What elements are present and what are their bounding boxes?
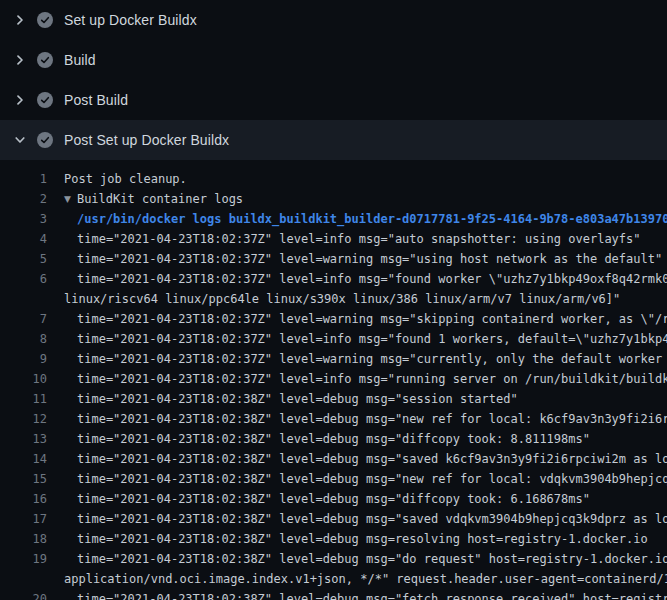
log-line: 11time="2021-04-23T18:02:38Z" level=debu… — [0, 389, 667, 409]
log-line: 19time="2021-04-23T18:02:38Z" level=debu… — [0, 549, 667, 569]
log-line-number[interactable]: 15 — [0, 469, 47, 489]
log-line-number[interactable]: 7 — [0, 309, 47, 329]
log-text: time="2021-04-23T18:02:37Z" level=info m… — [47, 229, 667, 249]
log-text: time="2021-04-23T18:02:37Z" level=warnin… — [47, 349, 667, 369]
log-line: 1Post job cleanup. — [0, 169, 667, 189]
log-text: time="2021-04-23T18:02:37Z" level=info m… — [47, 329, 667, 349]
log-line: 5time="2021-04-23T18:02:37Z" level=warni… — [0, 249, 667, 269]
log-line: 6time="2021-04-23T18:02:37Z" level=info … — [0, 269, 667, 289]
step-header-post-build[interactable]: Post Build — [0, 80, 667, 120]
log-text: time="2021-04-23T18:02:38Z" level=debug … — [47, 489, 667, 509]
log-line: 16time="2021-04-23T18:02:38Z" level=debu… — [0, 489, 667, 509]
log-text: linux/riscv64 linux/ppc64le linux/s390x … — [47, 289, 667, 309]
log-line-number[interactable]: 19 — [0, 549, 47, 569]
check-circle-icon — [37, 52, 53, 68]
log-line-continuation: linux/riscv64 linux/ppc64le linux/s390x … — [0, 289, 667, 309]
log-text: application/vnd.oci.image.index.v1+json,… — [47, 569, 667, 589]
group-collapse-icon[interactable]: ▼ — [64, 189, 71, 209]
log-line: 8time="2021-04-23T18:02:37Z" level=info … — [0, 329, 667, 349]
log-line: 4time="2021-04-23T18:02:37Z" level=info … — [0, 229, 667, 249]
log-text: time="2021-04-23T18:02:37Z" level=warnin… — [47, 249, 667, 269]
log-line: 17time="2021-04-23T18:02:38Z" level=debu… — [0, 509, 667, 529]
log-line-number — [0, 289, 47, 309]
log-text: time="2021-04-23T18:02:37Z" level=info m… — [47, 369, 667, 389]
step-label: Post Build — [64, 92, 128, 108]
step-list: Set up Docker BuildxBuildPost BuildPost … — [0, 0, 667, 160]
log-text: time="2021-04-23T18:02:38Z" level=debug … — [47, 449, 667, 469]
log-line: 18time="2021-04-23T18:02:38Z" level=debu… — [0, 529, 667, 549]
step-header-post-set-up-docker-buildx[interactable]: Post Set up Docker Buildx — [0, 120, 667, 160]
log-line-number[interactable]: 5 — [0, 249, 47, 269]
log-line-number[interactable]: 17 — [0, 509, 47, 529]
log-line-number[interactable]: 18 — [0, 529, 47, 549]
check-circle-icon — [37, 12, 53, 28]
log-line: 14time="2021-04-23T18:02:38Z" level=debu… — [0, 449, 667, 469]
log-text: time="2021-04-23T18:02:37Z" level=info m… — [47, 269, 667, 289]
step-label: Post Set up Docker Buildx — [64, 132, 229, 148]
log-text: time="2021-04-23T18:02:38Z" level=debug … — [47, 429, 667, 449]
log-line: 15time="2021-04-23T18:02:38Z" level=debu… — [0, 469, 667, 489]
log-line-number[interactable]: 10 — [0, 369, 47, 389]
log-line-number[interactable]: 12 — [0, 409, 47, 429]
step-label: Build — [64, 52, 96, 68]
step-header-build[interactable]: Build — [0, 40, 667, 80]
chevron-down-icon — [12, 132, 28, 148]
log-line: 12time="2021-04-23T18:02:38Z" level=debu… — [0, 409, 667, 429]
log-line: 13time="2021-04-23T18:02:38Z" level=debu… — [0, 429, 667, 449]
log-line-number[interactable]: 3 — [0, 209, 47, 229]
log-text: Post job cleanup. — [47, 169, 667, 189]
log-text: time="2021-04-23T18:02:37Z" level=warnin… — [47, 309, 667, 329]
chevron-right-icon — [12, 12, 28, 28]
log-line-number[interactable]: 2 — [0, 189, 47, 209]
chevron-right-icon — [12, 92, 28, 108]
step-header-set-up-docker-buildx[interactable]: Set up Docker Buildx — [0, 0, 667, 40]
log-text: time="2021-04-23T18:02:38Z" level=debug … — [47, 529, 667, 549]
log-text: time="2021-04-23T18:02:38Z" level=debug … — [47, 549, 667, 569]
log-line-number[interactable]: 4 — [0, 229, 47, 249]
log-line-number[interactable]: 6 — [0, 269, 47, 289]
log-line: 3/usr/bin/docker logs buildx_buildkit_bu… — [0, 209, 667, 229]
log-text: time="2021-04-23T18:02:38Z" level=debug … — [47, 589, 667, 600]
log-line-number[interactable]: 20 — [0, 589, 47, 600]
log-line-number[interactable]: 1 — [0, 169, 47, 189]
log-command-text: /usr/bin/docker logs buildx_buildkit_bui… — [47, 209, 667, 229]
check-circle-icon — [37, 132, 53, 148]
log-line-number[interactable]: 13 — [0, 429, 47, 449]
step-label: Set up Docker Buildx — [64, 12, 197, 28]
actions-log-panel: Set up Docker BuildxBuildPost BuildPost … — [0, 0, 667, 600]
log-line-number — [0, 569, 47, 589]
chevron-right-icon — [12, 52, 28, 68]
log-area: 1Post job cleanup.2▼BuildKit container l… — [0, 160, 667, 600]
log-line-number[interactable]: 14 — [0, 449, 47, 469]
log-line-number[interactable]: 11 — [0, 389, 47, 409]
log-line: 9time="2021-04-23T18:02:37Z" level=warni… — [0, 349, 667, 369]
log-text: time="2021-04-23T18:02:38Z" level=debug … — [47, 469, 667, 489]
log-line: 2▼BuildKit container logs — [0, 189, 667, 209]
log-text: ▼BuildKit container logs — [47, 189, 667, 209]
log-line-number[interactable]: 8 — [0, 329, 47, 349]
log-text: time="2021-04-23T18:02:38Z" level=debug … — [47, 409, 667, 429]
log-line: 7time="2021-04-23T18:02:37Z" level=warni… — [0, 309, 667, 329]
log-text: time="2021-04-23T18:02:38Z" level=debug … — [47, 389, 667, 409]
log-text: time="2021-04-23T18:02:38Z" level=debug … — [47, 509, 667, 529]
log-line-number[interactable]: 9 — [0, 349, 47, 369]
log-line-continuation: application/vnd.oci.image.index.v1+json,… — [0, 569, 667, 589]
log-line-number[interactable]: 16 — [0, 489, 47, 509]
log-line: 20time="2021-04-23T18:02:38Z" level=debu… — [0, 589, 667, 600]
check-circle-icon — [37, 92, 53, 108]
group-title[interactable]: BuildKit container logs — [77, 192, 243, 206]
log-line: 10time="2021-04-23T18:02:37Z" level=info… — [0, 369, 667, 389]
